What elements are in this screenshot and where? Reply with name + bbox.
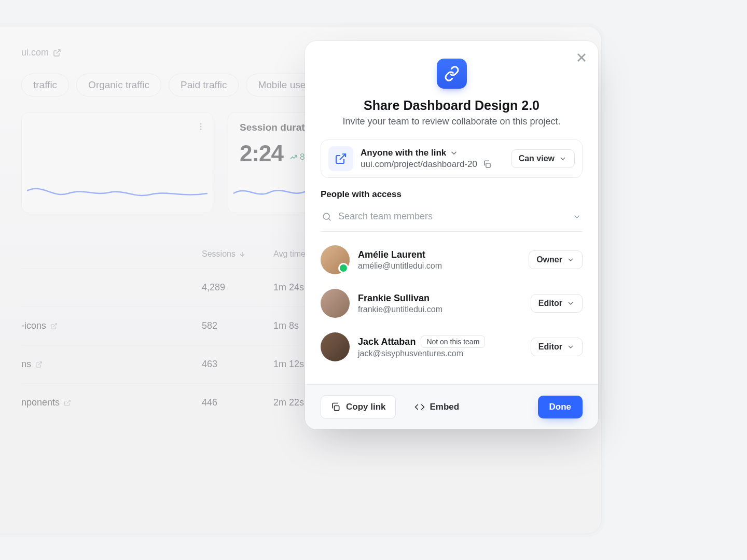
svg-point-2	[200, 126, 202, 128]
chevron-down-icon[interactable]	[572, 212, 582, 221]
embed-button[interactable]: Embed	[405, 396, 469, 418]
role-dropdown[interactable]: Editor	[531, 338, 583, 356]
avatar	[321, 245, 350, 274]
trend-up-icon	[289, 153, 298, 161]
svg-rect-20	[335, 406, 339, 411]
svg-line-16	[340, 154, 345, 160]
person-row: Jack Attaban Not on this team jack@sisyp…	[321, 325, 583, 369]
more-vertical-icon	[196, 122, 205, 131]
sparkline	[27, 178, 208, 206]
chevron-down-icon	[566, 256, 575, 264]
role-dropdown[interactable]: Owner	[529, 250, 583, 269]
arrow-down-icon	[239, 250, 246, 258]
card-menu[interactable]	[196, 122, 205, 133]
people-section-label: People with access	[321, 189, 583, 200]
link-settings-box: Anyone with the link uui.com/project/das…	[321, 139, 583, 178]
link-icon	[444, 66, 460, 81]
share-url: uui.com/project/dashboard-20	[361, 159, 477, 170]
chevron-down-icon	[566, 343, 575, 351]
svg-line-0	[57, 50, 60, 53]
external-link-icon	[50, 323, 58, 330]
close-icon	[574, 50, 589, 65]
share-modal: Share Dashboard Design 2.0 Invite your t…	[305, 41, 598, 429]
copy-icon	[330, 402, 341, 412]
person-row: Amélie Laurent amélie@untitledui.com Own…	[321, 238, 583, 282]
search-members-input[interactable]	[338, 211, 566, 222]
external-link-icon	[35, 361, 43, 368]
modal-title: Share Dashboard Design 2.0	[321, 98, 583, 113]
svg-line-10	[67, 400, 70, 403]
pill[interactable]: traffic	[21, 74, 69, 96]
role-dropdown[interactable]: Editor	[531, 294, 583, 313]
col-sessions[interactable]: Sessions	[202, 249, 236, 259]
external-link-icon	[53, 49, 61, 57]
close-button[interactable]	[574, 50, 589, 65]
svg-point-1	[200, 123, 202, 124]
code-icon	[414, 402, 425, 412]
chevron-down-icon	[449, 148, 459, 158]
team-badge: Not on this team	[421, 335, 485, 348]
metric-card	[21, 112, 213, 213]
permission-dropdown[interactable]: Can view	[511, 149, 575, 168]
svg-rect-17	[486, 163, 490, 167]
svg-line-6	[38, 361, 42, 365]
link-scope-dropdown[interactable]: Anyone with the link	[361, 148, 504, 158]
avatar	[321, 289, 350, 318]
modal-subtitle: Invite your team to review collaborate o…	[321, 116, 583, 127]
pill[interactable]: Organic traffic	[76, 74, 161, 96]
link-scope-icon	[328, 146, 353, 171]
done-button[interactable]: Done	[538, 396, 583, 418]
external-link-icon	[64, 399, 71, 407]
card-metric: 2:24	[240, 141, 283, 166]
svg-point-18	[323, 213, 329, 219]
svg-line-5	[53, 323, 57, 326]
copy-icon[interactable]	[482, 160, 492, 169]
search-members	[321, 206, 583, 232]
svg-line-19	[329, 218, 331, 220]
pill[interactable]: Paid traffic	[169, 74, 239, 96]
avatar	[321, 332, 350, 361]
share-app-icon	[437, 59, 467, 89]
copy-link-button[interactable]: Copy link	[321, 395, 396, 419]
chevron-down-icon	[559, 155, 567, 163]
search-icon	[322, 212, 332, 222]
svg-point-3	[200, 129, 202, 130]
external-link-icon	[335, 152, 347, 165]
chevron-down-icon	[566, 299, 575, 307]
breadcrumb-text: ui.com	[21, 47, 49, 58]
person-row: Frankie Sullivan frankie@untitledui.com …	[321, 282, 583, 325]
modal-footer: Copy link Embed Done	[305, 384, 598, 429]
